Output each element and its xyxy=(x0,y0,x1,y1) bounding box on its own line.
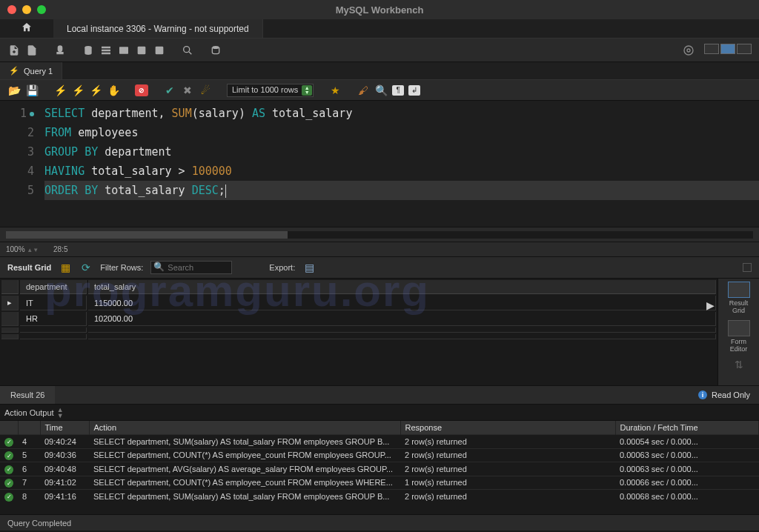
column-header[interactable]: department xyxy=(20,280,87,294)
horizontal-scrollbar[interactable] xyxy=(6,231,753,239)
create-view-icon[interactable] xyxy=(117,44,130,57)
svg-point-4 xyxy=(184,46,190,52)
execute-icon[interactable]: ⚡ xyxy=(53,84,67,97)
action-row[interactable]: ✓ 6 09:40:48 SELECT department, AVG(sala… xyxy=(0,462,759,476)
zoom-level[interactable]: 100% ▲▼ xyxy=(0,245,47,253)
result-tab[interactable]: Result 26 xyxy=(0,386,55,404)
form-editor-view-button[interactable]: Form Editor xyxy=(728,320,750,353)
grid-view-icon[interactable]: ▦ xyxy=(59,261,72,274)
col-time[interactable]: Time xyxy=(40,421,89,435)
action-output-select[interactable]: Action Output xyxy=(4,408,54,417)
action-response: 2 row(s) returned xyxy=(400,435,615,449)
svg-rect-3 xyxy=(156,46,164,54)
action-time: 09:41:02 xyxy=(40,476,89,490)
wrap-icon[interactable]: ↲ xyxy=(408,85,420,96)
action-duration: 0.00066 sec / 0.000... xyxy=(615,476,759,490)
success-icon: ✓ xyxy=(4,465,13,474)
left-panel-toggle[interactable] xyxy=(704,44,719,54)
panel-toggles xyxy=(682,44,752,57)
new-sql-tab-icon[interactable] xyxy=(7,44,21,57)
create-schema-icon[interactable] xyxy=(82,44,95,57)
action-duration: 0.00068 sec / 0.000... xyxy=(615,490,759,503)
create-function-icon[interactable] xyxy=(153,44,166,57)
action-row[interactable]: ✓ 8 09:41:16 SELECT department, SUM(sala… xyxy=(0,490,759,503)
create-procedure-icon[interactable] xyxy=(135,44,148,57)
grid-icon xyxy=(728,282,750,298)
col-action[interactable]: Action xyxy=(89,421,400,435)
action-time: 09:40:36 xyxy=(40,448,89,462)
line-number: 3 xyxy=(0,142,34,162)
expand-sidebar-icon[interactable]: ⇅ xyxy=(735,359,743,370)
row-handle[interactable] xyxy=(1,312,19,326)
next-page-icon[interactable]: ▶ xyxy=(706,299,715,311)
query-tab[interactable]: ⚡ Query 1 xyxy=(0,62,62,79)
export-icon[interactable]: ▤ xyxy=(302,261,316,274)
commit-icon[interactable]: ✔ xyxy=(163,84,176,97)
main-toolbar xyxy=(0,39,759,62)
beautify-icon[interactable]: 🖌 xyxy=(357,84,370,97)
sql-editor[interactable]: 1 2 3 4 5 SELECT department, SUM(salary)… xyxy=(0,101,759,227)
success-icon: ✓ xyxy=(4,438,13,447)
row-handle[interactable]: ▸ xyxy=(1,296,19,310)
action-duration: 0.00063 sec / 0.000... xyxy=(615,462,759,476)
bottom-panel-toggle[interactable] xyxy=(720,44,735,54)
filter-input-wrap: 🔍 xyxy=(150,261,232,274)
chevron-updown-icon: ▲▼ xyxy=(57,407,64,419)
save-file-icon[interactable]: 💾 xyxy=(25,84,39,97)
action-row[interactable]: ✓ 7 09:41:02 SELECT department, COUNT(*)… xyxy=(0,476,759,490)
cell[interactable]: 102000.00 xyxy=(88,312,716,326)
action-index: 7 xyxy=(18,476,40,490)
action-index: 6 xyxy=(18,462,40,476)
open-sql-icon[interactable] xyxy=(25,44,39,57)
col-response[interactable]: Response xyxy=(400,421,615,435)
action-output-header: Action Output ▲▼ xyxy=(0,405,759,421)
right-panel-toggle[interactable] xyxy=(737,44,752,54)
column-header[interactable]: total_salary xyxy=(88,280,716,294)
inspector-icon[interactable] xyxy=(53,44,67,57)
autocommit-icon[interactable]: ☄ xyxy=(199,84,212,97)
form-icon xyxy=(728,320,750,336)
action-time: 09:41:16 xyxy=(40,490,89,503)
settings-icon[interactable] xyxy=(682,44,695,57)
col-duration[interactable]: Duration / Fetch Time xyxy=(615,421,759,435)
table-row[interactable]: HR 102000.00 xyxy=(1,312,716,326)
search-table-icon[interactable] xyxy=(181,44,194,57)
result-grid-view-button[interactable]: Result Grid xyxy=(728,282,750,314)
table-row[interactable]: ▸ IT 115000.00 xyxy=(1,296,716,310)
action-text: SELECT department, SUM(salary) AS total_… xyxy=(89,435,400,449)
stop-icon[interactable]: ✋ xyxy=(107,84,120,97)
action-duration: 0.00054 sec / 0.000... xyxy=(615,435,759,449)
result-grid[interactable]: programguru.org department total_salary … xyxy=(0,279,717,385)
reconnect-icon[interactable] xyxy=(209,44,222,57)
execute-current-icon[interactable]: ⚡ xyxy=(71,84,84,97)
invisible-icon[interactable]: ¶ xyxy=(392,85,404,96)
editor-code: SELECT department, SUM(salary) AS total_… xyxy=(44,101,759,227)
create-table-icon[interactable] xyxy=(99,44,113,57)
title-bar: MySQL Workbench xyxy=(0,0,759,19)
open-file-icon[interactable]: 📂 xyxy=(7,84,21,97)
favorite-icon[interactable]: ★ xyxy=(328,84,342,97)
row-handle-header xyxy=(1,280,19,294)
find-icon[interactable]: 🔍 xyxy=(374,84,388,97)
cell[interactable]: IT xyxy=(20,296,87,310)
action-response: 1 row(s) returned xyxy=(400,476,615,490)
toggle-ac-icon[interactable]: ⊘ xyxy=(135,84,148,96)
wrap-cells-toggle[interactable] xyxy=(743,263,752,272)
line-number: 5 xyxy=(0,181,34,200)
connection-tab[interactable]: Local instance 3306 - Warning - not supp… xyxy=(53,19,263,38)
action-row[interactable]: ✓ 4 09:40:24 SELECT department, SUM(sala… xyxy=(0,435,759,449)
home-tab[interactable] xyxy=(0,19,53,38)
explain-icon[interactable]: ⚡ xyxy=(89,84,102,97)
scrollbar-thumb[interactable] xyxy=(6,231,288,239)
action-output-panel: Time Action Response Duration / Fetch Ti… xyxy=(0,421,759,514)
cell[interactable]: 115000.00 xyxy=(88,296,716,310)
refresh-icon[interactable]: ⟳ xyxy=(79,261,93,274)
cell[interactable]: HR xyxy=(20,312,87,326)
limit-label: Limit to 1000 rows xyxy=(227,84,314,97)
cursor-position: 28:5 xyxy=(47,245,107,253)
action-row[interactable]: ✓ 5 09:40:36 SELECT department, COUNT(*)… xyxy=(0,448,759,462)
limit-select[interactable]: Limit to 1000 rows ▲▼ xyxy=(227,84,314,97)
result-panel: programguru.org department total_salary … xyxy=(0,279,759,385)
rollback-icon[interactable]: ✖ xyxy=(181,84,194,97)
action-index: 5 xyxy=(18,448,40,462)
